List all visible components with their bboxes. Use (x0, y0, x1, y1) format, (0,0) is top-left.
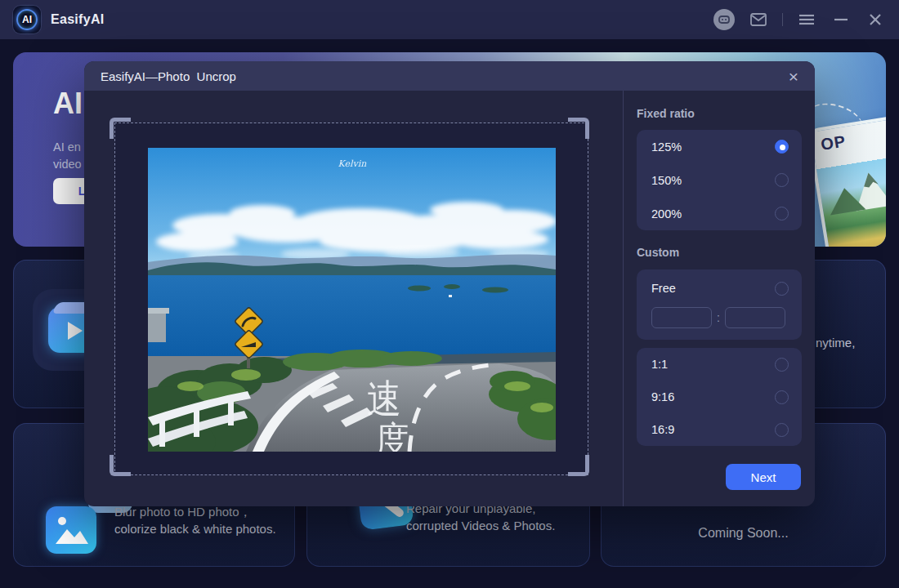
photo-front-tile-icon (46, 506, 96, 554)
mail-icon[interactable] (748, 9, 769, 30)
gift-badge-icon[interactable] (713, 9, 735, 30)
preview-photo: 速 度 Kelvin (148, 148, 556, 452)
hero-desc-line1: AI en (53, 139, 82, 156)
hero-desc-line2: video (53, 156, 82, 173)
custom-card: Free : (637, 270, 802, 340)
road-marking-top: 速 (367, 376, 401, 422)
photo-watermark: Kelvin (338, 158, 368, 169)
photo-uncrop-modal: EasifyAI—Photo Uncrop × (84, 61, 815, 506)
option-1-1[interactable]: 1:1 (637, 348, 802, 381)
uncrop-promo-sticker: OP (807, 114, 886, 247)
option-16-9[interactable]: 16:9 (637, 413, 802, 446)
option-200[interactable]: 200% (637, 197, 802, 230)
ratio-separator: : (717, 311, 720, 324)
promo-sticker-text: OP (820, 131, 848, 154)
road-marking-bottom: 度 (375, 418, 409, 452)
option-150-label: 150% (651, 174, 682, 187)
crop-corner-handle-top-left[interactable] (110, 118, 131, 139)
crop-corner-handle-top-right[interactable] (568, 118, 589, 139)
crop-corner-handle-bottom-right[interactable] (568, 455, 589, 476)
modal-close-icon[interactable]: × (789, 68, 798, 85)
logo-text: AI (13, 6, 41, 33)
close-icon[interactable] (865, 9, 886, 30)
custom-label: Custom (637, 246, 679, 259)
panel-divider (623, 91, 624, 506)
crop-corner-handle-bottom-left[interactable] (110, 455, 131, 476)
radio-200[interactable] (775, 207, 789, 220)
fixed-ratio-label: Fixed ratio (637, 107, 695, 120)
option-1-1-label: 1:1 (651, 358, 668, 371)
aspect-ratio-card: 1:1 9:16 16:9 (637, 348, 802, 446)
minimize-icon[interactable] (830, 9, 852, 30)
gift-badge-circle (713, 9, 735, 30)
radio-16-9[interactable] (775, 423, 789, 437)
app-title: EasifyAI (51, 12, 105, 27)
modal-body: 速 度 Kelvin Fixed ratio 125% 1 (84, 91, 815, 506)
hero-description: AI en video (53, 139, 82, 173)
ratio-width-input[interactable] (651, 307, 712, 328)
next-button[interactable]: Next (726, 464, 801, 490)
photo-enhance-line2: colorize black & white photos. (114, 520, 276, 537)
custom-ratio-inputs: : (637, 307, 802, 340)
mid-right-text-fragment: nytime, (816, 334, 855, 351)
fixed-ratio-card: 125% 150% 200% (637, 130, 802, 230)
repair-line2: corrupted Videos & Photos. (406, 517, 555, 534)
option-free[interactable]: Free (637, 270, 802, 307)
radio-1-1[interactable] (775, 358, 789, 372)
hero-heading: AI (53, 87, 83, 121)
option-9-16[interactable]: 9:16 (637, 381, 802, 413)
option-125-label: 125% (651, 140, 682, 154)
modal-header: EasifyAI—Photo Uncrop × (84, 61, 815, 91)
radio-free[interactable] (775, 282, 789, 296)
menu-icon[interactable] (796, 9, 817, 30)
radio-9-16[interactable] (775, 390, 789, 404)
radio-150[interactable] (775, 173, 789, 187)
radio-125[interactable] (775, 140, 789, 154)
mountain-art-icon (816, 154, 886, 217)
titlebar-divider (782, 13, 783, 26)
photo-enhance-desc: Blur photo to HD photo， colorize black &… (114, 503, 276, 537)
option-200-label: 200% (651, 207, 682, 220)
ratio-height-input[interactable] (725, 307, 785, 328)
option-125[interactable]: 125% (637, 130, 802, 163)
coming-soon-label: Coming Soon... (601, 524, 886, 541)
option-9-16-label: 9:16 (651, 390, 674, 403)
option-150[interactable]: 150% (637, 163, 802, 197)
app-logo-icon: AI (13, 6, 41, 33)
option-free-label: Free (651, 282, 676, 295)
robot-glyph-icon (718, 15, 730, 24)
titlebar: AI EasifyAI (0, 0, 899, 39)
option-16-9-label: 16:9 (651, 423, 674, 436)
modal-title: EasifyAI—Photo Uncrop (101, 69, 236, 83)
